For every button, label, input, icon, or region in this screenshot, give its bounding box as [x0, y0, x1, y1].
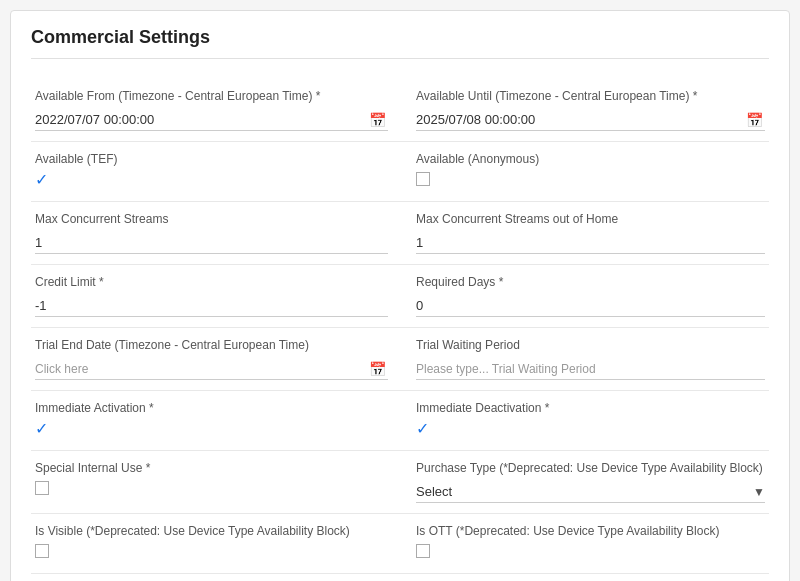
- available-tef-label: Available (TEF): [35, 152, 388, 166]
- credit-limit-label: Credit Limit *: [35, 275, 388, 289]
- special-internal-use-checkbox[interactable]: [35, 481, 49, 495]
- credit-limit-input[interactable]: -1: [35, 295, 388, 317]
- available-from-calendar-icon[interactable]: 📅: [369, 112, 386, 128]
- available-anonymous-checkbox-container: [416, 172, 765, 186]
- available-until-field: Available Until (Timezone - Central Euro…: [400, 79, 769, 142]
- is-visible-checkbox[interactable]: [35, 544, 49, 558]
- special-internal-use-label: Special Internal Use *: [35, 461, 388, 475]
- required-days-input[interactable]: 0: [416, 295, 765, 317]
- trial-end-date-field: Trial End Date (Timezone - Central Europ…: [31, 328, 400, 391]
- max-concurrent-streams-label: Max Concurrent Streams: [35, 212, 388, 226]
- available-until-calendar-icon[interactable]: 📅: [746, 112, 763, 128]
- is-hybrid-field: Is Hybrid (*Deprecated: Use Device Type …: [31, 574, 400, 581]
- max-concurrent-streams-home-field: Max Concurrent Streams out of Home 1: [400, 202, 769, 265]
- trial-waiting-period-input[interactable]: Please type... Trial Waiting Period: [416, 358, 765, 380]
- required-days-field: Required Days * 0: [400, 265, 769, 328]
- is-visible-field: Is Visible (*Deprecated: Use Device Type…: [31, 514, 400, 574]
- available-until-input[interactable]: 2025/07/08 00:00:00 📅: [416, 109, 765, 131]
- available-until-label: Available Until (Timezone - Central Euro…: [416, 89, 765, 103]
- purchase-type-label: Purchase Type (*Deprecated: Use Device T…: [416, 461, 765, 475]
- required-days-label: Required Days *: [416, 275, 765, 289]
- is-ott-checkbox-container: [416, 544, 765, 558]
- available-anonymous-label: Available (Anonymous): [416, 152, 765, 166]
- is-ott-label: Is OTT (*Deprecated: Use Device Type Ava…: [416, 524, 765, 538]
- trial-end-date-input[interactable]: Click here 📅: [35, 358, 388, 380]
- immediate-activation-field: Immediate Activation * ✓: [31, 391, 400, 451]
- trial-waiting-period-label: Trial Waiting Period: [416, 338, 765, 352]
- available-tef-checkmark[interactable]: ✓: [35, 172, 48, 188]
- form-grid: Available From (Timezone - Central Europ…: [31, 79, 769, 581]
- is-visible-checkbox-container: [35, 544, 388, 558]
- purchase-type-arrow-icon: ▼: [753, 485, 765, 499]
- available-from-input[interactable]: 2022/07/07 00:00:00 📅: [35, 109, 388, 131]
- available-tef-field: Available (TEF) ✓: [31, 142, 400, 202]
- is-ott-field: Is OTT (*Deprecated: Use Device Type Ava…: [400, 514, 769, 574]
- available-from-field: Available From (Timezone - Central Europ…: [31, 79, 400, 142]
- available-tef-checkbox-container: ✓: [35, 172, 388, 188]
- trial-end-date-calendar-icon[interactable]: 📅: [369, 361, 386, 377]
- immediate-activation-label: Immediate Activation *: [35, 401, 388, 415]
- commercial-settings-panel: Commercial Settings Available From (Time…: [10, 10, 790, 581]
- immediate-deactivation-field: Immediate Deactivation * ✓: [400, 391, 769, 451]
- trial-waiting-period-field: Trial Waiting Period Please type... Tria…: [400, 328, 769, 391]
- purchase-type-field: Purchase Type (*Deprecated: Use Device T…: [400, 451, 769, 514]
- available-anonymous-checkbox[interactable]: [416, 172, 430, 186]
- is-visible-label: Is Visible (*Deprecated: Use Device Type…: [35, 524, 388, 538]
- immediate-deactivation-label: Immediate Deactivation *: [416, 401, 765, 415]
- trial-end-date-label: Trial End Date (Timezone - Central Europ…: [35, 338, 388, 352]
- is-hybrid-right-spacer: [400, 574, 769, 581]
- max-concurrent-streams-home-input[interactable]: 1: [416, 232, 765, 254]
- available-from-label: Available From (Timezone - Central Europ…: [35, 89, 388, 103]
- special-internal-use-field: Special Internal Use *: [31, 451, 400, 514]
- available-anonymous-field: Available (Anonymous): [400, 142, 769, 202]
- purchase-type-select[interactable]: Select ▼: [416, 481, 765, 503]
- is-ott-checkbox[interactable]: [416, 544, 430, 558]
- immediate-activation-checkmark[interactable]: ✓: [35, 421, 48, 437]
- immediate-deactivation-checkbox-container: ✓: [416, 421, 765, 437]
- page-title: Commercial Settings: [31, 27, 769, 59]
- credit-limit-field: Credit Limit * -1: [31, 265, 400, 328]
- max-concurrent-streams-field: Max Concurrent Streams 1: [31, 202, 400, 265]
- immediate-deactivation-checkmark[interactable]: ✓: [416, 421, 429, 437]
- max-concurrent-streams-home-label: Max Concurrent Streams out of Home: [416, 212, 765, 226]
- special-internal-use-checkbox-container: [35, 481, 388, 495]
- max-concurrent-streams-input[interactable]: 1: [35, 232, 388, 254]
- immediate-activation-checkbox-container: ✓: [35, 421, 388, 437]
